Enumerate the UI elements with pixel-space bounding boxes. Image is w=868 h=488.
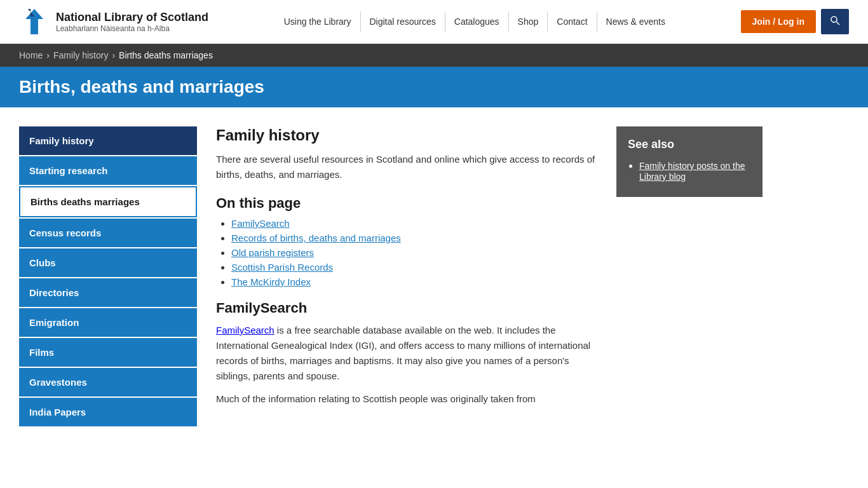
search-button[interactable] <box>821 9 849 34</box>
intro-text: There are several useful resources in Sc… <box>216 152 597 182</box>
nav-catalogues[interactable]: Catalogues <box>445 11 509 32</box>
search-icon <box>830 15 840 25</box>
list-item: Scottish Parish Records <box>231 262 597 273</box>
header-actions: Join / Log in <box>741 9 849 34</box>
link-mckirdy[interactable]: The McKirdy Index <box>231 276 311 287</box>
sidebar-item-births-deaths[interactable]: Births deaths marriages <box>19 186 197 217</box>
join-login-button[interactable]: Join / Log in <box>741 10 816 33</box>
sidebar: Family history Starting research Births … <box>19 126 197 428</box>
see-also-title: See also <box>628 138 751 151</box>
sidebar-item-starting-research[interactable]: Starting research <box>19 156 197 185</box>
nav-digital-resources[interactable]: Digital resources <box>361 11 445 32</box>
top-nav: Using the Library Digital resources Cata… <box>275 11 674 32</box>
sidebar-item-family-history[interactable]: Family history <box>19 126 197 155</box>
main-content: Family history Starting research Births … <box>0 107 868 447</box>
breadcrumb-sep-1: › <box>46 50 50 60</box>
see-also-blog-link[interactable]: Family history posts on the Library blog <box>639 161 745 182</box>
breadcrumb-current: Births deaths marriages <box>119 50 213 60</box>
familysearch-desc-1: FamilySearch is a free searchable databa… <box>216 323 597 384</box>
nav-shop[interactable]: Shop <box>509 11 548 32</box>
sidebar-item-clubs[interactable]: Clubs <box>19 248 197 277</box>
nav-using-library[interactable]: Using the Library <box>275 11 361 32</box>
logo-text: National Library of Scotland Leabharlann… <box>56 11 208 33</box>
content-area: Family history There are several useful … <box>216 126 597 428</box>
list-item: Family history posts on the Library blog <box>639 160 751 182</box>
familysearch-desc-2: Much of the information relating to Scot… <box>216 391 597 407</box>
section-title: Family history <box>216 126 597 144</box>
familysearch-title: FamilySearch <box>216 300 597 316</box>
logo-subtitle: Leabharlann Nàiseanta na h-Alba <box>56 24 208 33</box>
breadcrumb-home[interactable]: Home <box>19 50 43 60</box>
breadcrumb: Home › Family history › Births deaths ma… <box>0 44 868 67</box>
top-header: National Library of Scotland Leabharlann… <box>0 0 868 44</box>
list-item: Records of births, deaths and marriages <box>231 233 597 243</box>
nav-news-events[interactable]: News & events <box>597 11 674 32</box>
svg-point-2 <box>831 17 837 22</box>
page-title: Births, deaths and marriages <box>19 77 849 97</box>
link-records-births[interactable]: Records of births, deaths and marriages <box>231 233 401 243</box>
familysearch-link[interactable]: FamilySearch <box>216 325 275 336</box>
list-item: FamilySearch <box>231 218 597 229</box>
see-also-list: Family history posts on the Library blog <box>639 160 751 182</box>
sidebar-item-india-papers[interactable]: India Papers <box>19 398 197 426</box>
breadcrumb-sep-2: › <box>112 50 115 60</box>
link-familysearch[interactable]: FamilySearch <box>231 218 290 229</box>
list-item: Old parish registers <box>231 247 597 258</box>
sidebar-item-gravestones[interactable]: Gravestones <box>19 368 197 396</box>
nav-contact[interactable]: Contact <box>548 11 597 32</box>
logo-area: National Library of Scotland Leabharlann… <box>19 6 208 37</box>
logo-title: National Library of Scotland <box>56 11 208 24</box>
svg-marker-0 <box>25 9 43 34</box>
sidebar-item-films[interactable]: Films <box>19 338 197 367</box>
list-item: The McKirdy Index <box>231 276 597 287</box>
breadcrumb-family-history[interactable]: Family history <box>53 50 108 60</box>
sidebar-item-emigration[interactable]: Emigration <box>19 308 197 337</box>
sidebar-item-census[interactable]: Census records <box>19 219 197 247</box>
right-column: See also Family history posts on the Lib… <box>616 126 763 428</box>
on-this-page-title: On this page <box>216 195 597 212</box>
svg-line-3 <box>837 22 840 25</box>
see-also-box: See also Family history posts on the Lib… <box>616 126 763 197</box>
sidebar-item-directories[interactable]: Directories <box>19 278 197 307</box>
page-title-bar: Births, deaths and marriages <box>0 67 868 107</box>
link-scottish-parish[interactable]: Scottish Parish Records <box>231 262 333 273</box>
nls-logo-icon <box>19 6 50 37</box>
on-this-page-list: FamilySearch Records of births, deaths a… <box>231 218 597 287</box>
link-old-parish[interactable]: Old parish registers <box>231 247 314 258</box>
